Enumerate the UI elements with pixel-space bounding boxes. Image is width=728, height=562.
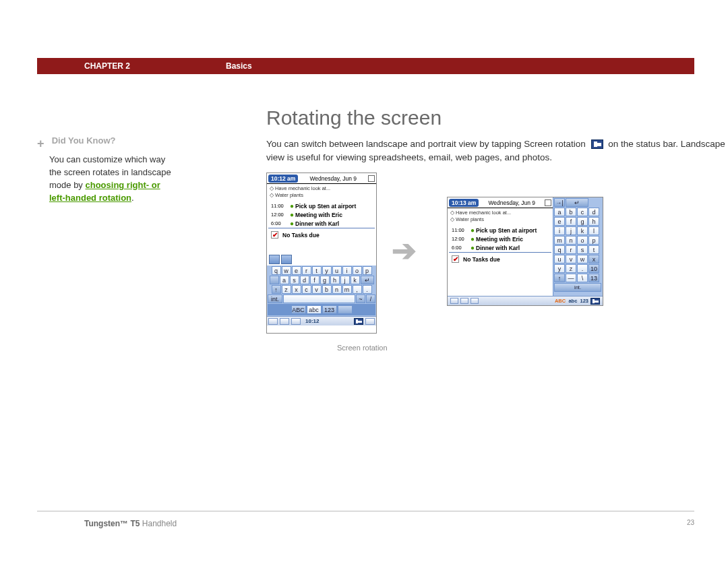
menu-icon <box>291 318 301 325</box>
landscape-agenda: 11:00 ● Pick up Sten at airport 12:00 ● … <box>448 224 553 266</box>
figure-row: 10:12 am Wednesday, Jun 9 ◇ Have mechani… <box>266 173 728 334</box>
portrait-mini-toolbar <box>267 253 376 266</box>
transition-arrow-icon: ➔ <box>377 233 431 268</box>
page-footer: Tungsten™ T5 Handheld 23 <box>84 519 694 528</box>
landscape-todo: ◇ Have mechanic look at... ◇ Water plant… <box>448 208 553 224</box>
screen-rotation-icon <box>590 298 600 305</box>
find-icon <box>280 318 289 325</box>
portrait-todo: ◇ Have mechanic look at... ◇ Water plant… <box>267 184 376 200</box>
footer-rule <box>37 511 694 511</box>
agenda-row: 11:00 ● Pick up Sten at airport <box>268 201 375 210</box>
portrait-notasks: ✔ No Tasks due <box>268 230 375 240</box>
page-number: 23 <box>687 519 694 528</box>
home-icon <box>268 318 278 325</box>
status-clock: 10:12 <box>305 318 319 324</box>
tool-btn <box>281 255 292 264</box>
landscape-titlebar: 10:13 am Wednesday, Jun 9 <box>448 197 553 208</box>
check-icon: ✔ <box>452 255 459 263</box>
portrait-date: Wednesday, Jun 9 <box>298 175 368 182</box>
portrait-status-bar: 10:12 <box>267 316 376 325</box>
device-landscape: 10:13 am Wednesday, Jun 9 ◇ Have mechani… <box>447 197 603 306</box>
portrait-titlebar: 10:12 am Wednesday, Jun 9 <box>267 173 376 184</box>
menu-icon <box>471 298 479 304</box>
plus-icon: + <box>37 135 49 152</box>
tool-btn <box>269 255 280 264</box>
portrait-keyboard: q w e r t y u i o p <box>267 266 376 316</box>
did-you-know-body: You can customize which way the screen r… <box>49 154 179 204</box>
figure-caption: Screen rotation <box>337 344 388 352</box>
check-icon: ✔ <box>271 231 278 239</box>
portrait-todo-2: ◇ Water plants <box>270 192 373 198</box>
home-icon <box>450 298 458 304</box>
device-portrait: 10:12 am Wednesday, Jun 9 ◇ Have mechani… <box>266 173 377 334</box>
portrait-agenda: 11:00 ● Pick up Sten at airport 12:00 ● … <box>267 200 376 241</box>
landscape-date: Wednesday, Jun 9 <box>479 199 545 206</box>
intro-paragraph: You can switch between landscape and por… <box>266 137 728 164</box>
intro-text-a: You can switch between landscape and por… <box>266 139 588 149</box>
agenda-row: 12:00 ● Meeting with Eric <box>268 210 375 219</box>
did-you-know-sidebar: + Did You Know? You can customize which … <box>37 135 179 204</box>
menu-icon <box>368 175 375 182</box>
page-title: Rotating the screen <box>266 106 728 129</box>
menu-icon <box>545 199 551 206</box>
screen-rotation-icon <box>591 139 603 149</box>
portrait-time: 10:12 am <box>268 175 298 183</box>
portrait-todo-1: ◇ Have mechanic look at... <box>270 185 373 191</box>
dyk-text-after: . <box>131 193 134 203</box>
landscape-status-bar: ABC abc 123 <box>448 296 603 305</box>
screen-rotation-icon <box>354 318 363 325</box>
agenda-row: 6:00 ● Dinner with Karl <box>268 219 375 228</box>
section-label: Basics <box>226 61 252 71</box>
chapter-header-bar: CHAPTER 2 Basics <box>37 58 694 74</box>
landscape-keyboard: →|↵ abcd efgh ijkl mnop qrst uvwx yz.10 … <box>553 197 603 296</box>
landscape-time: 10:13 am <box>449 199 479 207</box>
did-you-know-title: Did You Know? <box>52 135 116 146</box>
input-area-icon <box>365 318 375 325</box>
find-icon <box>460 298 468 304</box>
chapter-label: CHAPTER 2 <box>84 61 130 71</box>
product-name: Tungsten™ T5 Handheld <box>84 519 177 528</box>
